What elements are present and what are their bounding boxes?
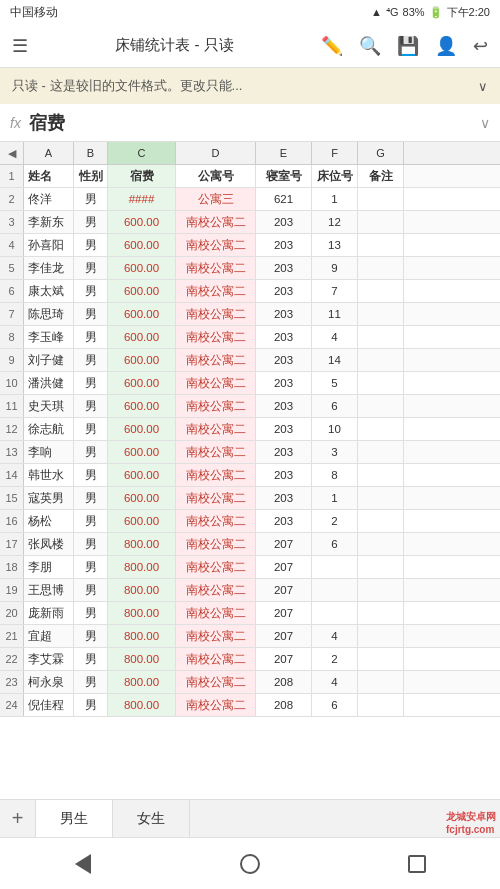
col-header-d[interactable]: D [176,142,256,164]
cell-name[interactable]: 李朋 [24,556,74,578]
cell-gender[interactable]: 男 [74,441,108,463]
recents-button[interactable] [392,849,442,879]
cell-room[interactable]: 203 [256,487,312,509]
table-row[interactable]: 11 史天琪 男 600.00 南校公寓二 203 6 [0,395,500,418]
cell-bed[interactable]: 2 [312,510,358,532]
cell-notes[interactable] [358,326,404,348]
cell-notes[interactable] [358,533,404,555]
table-row[interactable]: 2 佟洋 男 #### 公寓三 621 1 [0,188,500,211]
cell-gender[interactable]: 男 [74,625,108,647]
cell-bed[interactable]: 4 [312,625,358,647]
cell-fee[interactable]: 600.00 [108,372,176,394]
cell-room[interactable]: 207 [256,533,312,555]
cell-bed[interactable]: 3 [312,441,358,463]
cell-fee[interactable]: 800.00 [108,579,176,601]
cell-notes[interactable] [358,257,404,279]
cell-gender[interactable]: 男 [74,556,108,578]
col-header-b[interactable]: B [74,142,108,164]
add-sheet-button[interactable]: + [0,800,36,838]
cell-name[interactable]: 柯永泉 [24,671,74,693]
cell-fee[interactable]: 600.00 [108,510,176,532]
cell-dorm-building[interactable]: 南校公寓二 [176,349,256,371]
cell-room[interactable]: 207 [256,625,312,647]
header-gender[interactable]: 性别 [74,165,108,187]
cell-fee[interactable]: 600.00 [108,464,176,486]
cell-fee[interactable]: #### [108,188,176,210]
cell-dorm-building[interactable]: 南校公寓二 [176,326,256,348]
cell-room[interactable]: 207 [256,648,312,670]
col-header-f[interactable]: F [312,142,358,164]
table-row[interactable]: 14 韩世水 男 600.00 南校公寓二 203 8 [0,464,500,487]
cell-notes[interactable] [358,188,404,210]
cell-gender[interactable]: 男 [74,510,108,532]
cell-dorm-building[interactable]: 南校公寓二 [176,280,256,302]
cell-dorm-building[interactable]: 南校公寓二 [176,395,256,417]
cell-fee[interactable]: 600.00 [108,326,176,348]
cell-fee[interactable]: 600.00 [108,280,176,302]
cell-name[interactable]: 王思博 [24,579,74,601]
cell-name[interactable]: 李艾霖 [24,648,74,670]
table-row[interactable]: 7 陈思琦 男 600.00 南校公寓二 203 11 [0,303,500,326]
cell-name[interactable]: 康太斌 [24,280,74,302]
table-row[interactable]: 23 柯永泉 男 800.00 南校公寓二 208 4 [0,671,500,694]
cell-bed[interactable]: 13 [312,234,358,256]
tab-male[interactable]: 男生 [36,800,113,838]
cell-dorm-building[interactable]: 南校公寓二 [176,418,256,440]
cell-fee[interactable]: 600.00 [108,257,176,279]
cell-fee[interactable]: 800.00 [108,671,176,693]
cell-gender[interactable]: 男 [74,326,108,348]
cell-dorm-building[interactable]: 南校公寓二 [176,671,256,693]
cell-bed[interactable] [312,579,358,601]
cell-name[interactable]: 韩世水 [24,464,74,486]
cell-gender[interactable]: 男 [74,418,108,440]
cell-name[interactable]: 寇英男 [24,487,74,509]
cell-room[interactable]: 203 [256,303,312,325]
cell-name[interactable]: 李玉峰 [24,326,74,348]
cell-gender[interactable]: 男 [74,303,108,325]
cell-bed[interactable] [312,602,358,624]
cell-bed[interactable]: 11 [312,303,358,325]
cell-room[interactable]: 203 [256,326,312,348]
cell-gender[interactable]: 男 [74,533,108,555]
cell-gender[interactable]: 男 [74,464,108,486]
cell-dorm-building[interactable]: 南校公寓二 [176,648,256,670]
header-notes[interactable]: 备注 [358,165,404,187]
cell-name[interactable]: 李响 [24,441,74,463]
table-row[interactable]: 21 宜超 男 800.00 南校公寓二 207 4 [0,625,500,648]
cell-fee[interactable]: 800.00 [108,602,176,624]
cell-dorm-building[interactable]: 南校公寓二 [176,372,256,394]
table-row[interactable]: 8 李玉峰 男 600.00 南校公寓二 203 4 [0,326,500,349]
col-header-e[interactable]: E [256,142,312,164]
right-toolbar[interactable]: ✏️ 🔍 💾 👤 ↩ [321,35,488,57]
cell-name[interactable]: 宜超 [24,625,74,647]
col-header-g[interactable]: G [358,142,404,164]
cell-gender[interactable]: 男 [74,234,108,256]
cell-gender[interactable]: 男 [74,188,108,210]
cell-room[interactable]: 203 [256,418,312,440]
table-row[interactable]: 3 李新东 男 600.00 南校公寓二 203 12 [0,211,500,234]
cell-fee[interactable]: 600.00 [108,441,176,463]
cell-room[interactable]: 203 [256,280,312,302]
cell-notes[interactable] [358,671,404,693]
cell-room[interactable]: 203 [256,395,312,417]
cell-gender[interactable]: 男 [74,648,108,670]
cell-gender[interactable]: 男 [74,579,108,601]
cell-notes[interactable] [358,211,404,233]
cell-bed[interactable]: 9 [312,257,358,279]
header-name[interactable]: 姓名 [24,165,74,187]
cell-dorm-building[interactable]: 南校公寓二 [176,303,256,325]
cell-fee[interactable]: 600.00 [108,487,176,509]
cell-bed[interactable]: 12 [312,211,358,233]
cell-notes[interactable] [358,303,404,325]
header-room[interactable]: 寝室号 [256,165,312,187]
cell-room[interactable]: 203 [256,211,312,233]
cell-fee[interactable]: 800.00 [108,533,176,555]
cell-bed[interactable]: 6 [312,395,358,417]
cell-notes[interactable] [358,602,404,624]
cell-name[interactable]: 李佳龙 [24,257,74,279]
cell-bed[interactable]: 7 [312,280,358,302]
add-icon[interactable]: + [12,807,24,830]
cell-dorm-building[interactable]: 南校公寓二 [176,579,256,601]
cell-bed[interactable]: 8 [312,464,358,486]
cell-notes[interactable] [358,395,404,417]
